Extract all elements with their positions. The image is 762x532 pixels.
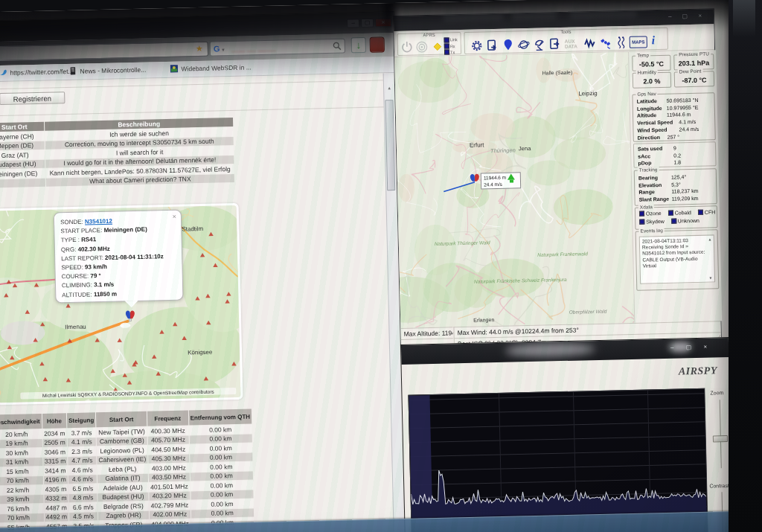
checkbox-ozone[interactable]: Ozone xyxy=(639,211,662,217)
checkbox-cfh[interactable]: CFH xyxy=(698,209,716,215)
contrast-label: Contrast xyxy=(709,483,729,489)
comments-table: Start OrtBeschreibungPayerne (CH)Ich wer… xyxy=(0,117,235,189)
download-button[interactable]: ↓ xyxy=(351,37,366,53)
chevron-down-icon[interactable]: ▾ xyxy=(222,47,225,52)
waveform-icon[interactable] xyxy=(583,35,598,51)
gps-nav-group: Gps NavLatitude50.695183 °NLongitude10.9… xyxy=(632,92,715,142)
map-city-label: Leipzig xyxy=(578,90,598,97)
popup-close-icon[interactable]: × xyxy=(173,213,176,220)
monitor-bezel xyxy=(729,0,762,532)
scroll-up-arrow[interactable]: ▲ xyxy=(385,83,394,92)
sat-field: pDop1.8 xyxy=(638,159,714,166)
export-file-icon[interactable] xyxy=(485,37,500,54)
zoom-label: Zoom xyxy=(710,390,723,395)
climb-arrow-icon xyxy=(508,173,515,179)
toolbar-group-tools: ToolsAUXDATAMAPSi xyxy=(464,28,668,54)
gear-icon[interactable] xyxy=(470,37,484,54)
telemetry-panel: Temp-50.5 °CPressure PTU203.1 hPaHumidit… xyxy=(628,50,722,323)
shield-icon[interactable] xyxy=(370,36,385,52)
tracking-field: Elevation5,3° xyxy=(638,181,714,188)
events-log-text[interactable]: 2021-08-04T13:11:03 Receiving Sonde Id =… xyxy=(639,234,715,283)
gps-field: Altitude11944.6 m xyxy=(637,112,713,118)
aux-data-button[interactable]: AUXDATA xyxy=(565,38,577,48)
map-park-label: Naturpark Fränkische Schweiz Frankenjura xyxy=(474,278,517,283)
aprs-window: – ▢ × APRSLinkRxTxToolsAUXDATAMAPSi Hall… xyxy=(393,8,722,352)
register-button[interactable]: Registrieren xyxy=(0,92,65,105)
bookmark-label: Wideband WebSDR in ... xyxy=(181,63,252,72)
airspy-logo: AIRSPY xyxy=(679,365,717,377)
map-town-label: Königsee xyxy=(188,349,213,356)
info-icon[interactable]: i xyxy=(652,33,656,47)
zoom-slider-track[interactable] xyxy=(720,400,722,468)
minimize-button[interactable]: – xyxy=(347,19,359,28)
sdr-window-buttons[interactable]: – ▢ × xyxy=(670,343,712,350)
map-pin-icon[interactable] xyxy=(501,36,516,53)
maps-button[interactable]: MAPS xyxy=(630,36,647,48)
column-header[interactable]: Frequenz xyxy=(147,410,188,426)
gps-field: Latitude50.695183 °N xyxy=(637,97,713,103)
map-city-label: Halle (Saale) xyxy=(542,70,573,76)
beacon-icon[interactable] xyxy=(430,39,445,55)
checkbox-skydew[interactable]: Skydew xyxy=(639,219,665,225)
browser-window: – ▢ × ★ G ▾ ▂▂▂ ▂▂ ▂▂▂▂ ↓ https://twitte… xyxy=(0,11,407,532)
bookmark-star-icon[interactable]: ★ xyxy=(196,44,203,54)
toolbar-group-aprs: APRSLinkRxTx xyxy=(397,32,461,56)
map-park-label: Oberpfälzer Wald xyxy=(566,309,610,315)
twitter-icon xyxy=(0,68,7,77)
xdata-group: XdataOzoneCobaldCFHSkydewUnknown xyxy=(635,205,718,230)
popup-field: ALTITUDE: 11850 m xyxy=(62,288,176,300)
search-icon[interactable] xyxy=(333,42,342,51)
scrollbar-thumb[interactable] xyxy=(385,100,395,190)
webpage: Registrieren Start OrtBeschreibungPayern… xyxy=(0,73,397,532)
readout-dew-point: Dew Point-87.0 °C xyxy=(674,71,714,87)
map-city-label: Erfurt xyxy=(470,141,484,148)
sonde-id-link[interactable]: N3541012 xyxy=(85,218,112,225)
satellite-dish-icon[interactable] xyxy=(532,36,547,52)
sdr-window: – ▢ × AIRSPY Zoom Contrast xyxy=(400,337,734,532)
aprs-window-buttons[interactable]: – ▢ × xyxy=(668,13,706,20)
satellite-icon[interactable] xyxy=(598,34,613,51)
sat-group: Sats used9sAcc0.2pDop1.8 xyxy=(633,141,717,168)
sounding-icon[interactable] xyxy=(614,34,629,51)
close-button[interactable]: × xyxy=(375,18,391,27)
websdr-icon xyxy=(170,65,178,73)
bookmark-item[interactable]: Wideband WebSDR in ... xyxy=(170,63,252,72)
sonde-popup: × SONDE: N3541012START PLACE: Meiningen … xyxy=(54,210,184,304)
column-header[interactable]: Steigung xyxy=(67,412,96,428)
aprs-map[interactable]: Halle (Saale)LeipzigErfurtJenaErlangenTh… xyxy=(394,52,634,328)
map-city-label: Jena xyxy=(519,145,531,152)
maximize-button[interactable]: ▢ xyxy=(361,19,374,28)
sonde-map[interactable]: × SONDE: N3541012START PLACE: Meiningen … xyxy=(0,205,240,403)
column-header[interactable]: Entfernung vom QTH xyxy=(188,409,252,426)
spectrum-display[interactable] xyxy=(408,388,708,532)
events-log-group: Events log2021-08-04T13:11:03 Receiving … xyxy=(635,229,720,290)
gps-field: Vertical Speed4.1 m/s xyxy=(637,118,713,125)
export-file2-icon[interactable] xyxy=(548,36,563,52)
url-bar[interactable]: ★ xyxy=(0,42,208,62)
radar-icon[interactable] xyxy=(414,39,429,55)
column-header[interactable]: Start Ort xyxy=(96,411,147,428)
monitor-screen: – ▢ × ★ G ▾ ▂▂▂ ▂▂ ▂▂▂▂ ↓ https://twitte… xyxy=(0,0,750,532)
bookmark-label: https://twitter.com/fet... xyxy=(10,67,73,76)
checkbox-unknown[interactable]: Unknown xyxy=(671,218,699,224)
scroll-down-icon[interactable]: ▼ xyxy=(708,275,714,281)
power-icon[interactable] xyxy=(400,39,414,55)
status-max-altitude: Max Altitude: 11944.6 xyxy=(400,327,452,339)
column-header[interactable]: Geschwindigkeit xyxy=(0,414,42,430)
zoom-slider-thumb[interactable] xyxy=(713,435,728,442)
bookmark-item[interactable]: https://twitter.com/fet... xyxy=(0,67,74,77)
map-town-label: Ilmenau xyxy=(65,324,86,331)
search-bar[interactable]: G ▾ ▂▂▂ ▂▂ ▂▂▂▂ xyxy=(210,39,345,57)
checkbox-cobald[interactable]: Cobald xyxy=(668,210,691,216)
tracking-group: TrackingBearing125,4°Elevation5,3°Range1… xyxy=(634,168,717,206)
divider xyxy=(0,106,387,116)
column-header[interactable]: Höhe xyxy=(42,413,66,429)
balloon-data-label: 11944.6 m24.4 m/s xyxy=(481,172,521,189)
map-town-label: Stadtilm xyxy=(182,225,203,233)
scroll-up-icon[interactable]: ▲ xyxy=(707,236,713,242)
column-header[interactable]: Start Ort xyxy=(0,122,45,132)
bookmark-item[interactable]: News - Mikrocontrolle... xyxy=(68,65,146,75)
tracking-field: Bearing125,4° xyxy=(638,173,714,180)
globe-icon[interactable] xyxy=(516,36,531,53)
map-city-label: Erlangen xyxy=(473,317,494,323)
